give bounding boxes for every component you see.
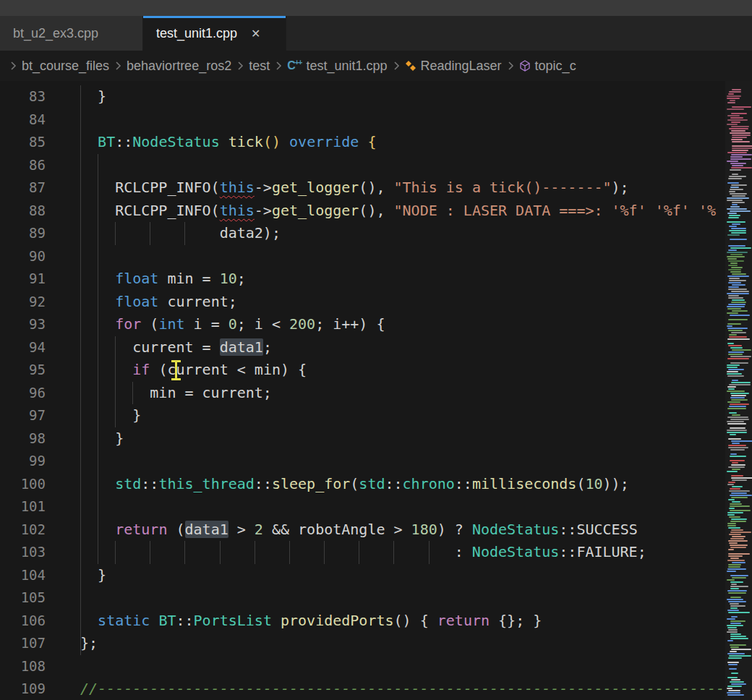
code-line-109: 109//-----------------------------------…: [0, 678, 725, 700]
code-text[interactable]: static BT::PortsList providedPorts() { r…: [46, 610, 542, 633]
breadcrumb-item-test[interactable]: test: [249, 59, 270, 74]
breadcrumb: bt_course_filesbehaviortree_ros2testC++t…: [0, 51, 752, 81]
indent-guide: [429, 541, 430, 564]
code-line-95: 95 if (current < min) {: [0, 359, 725, 382]
chevron-right-icon: [234, 60, 246, 72]
code-line-92: 92 float current;: [0, 291, 725, 314]
minimap[interactable]: [725, 81, 752, 700]
line-number: 84: [0, 108, 46, 132]
line-number: 101: [0, 495, 46, 518]
tab-bar: bt_u2_ex3.cpptest_unit1.cpp✕: [0, 16, 752, 51]
code-line-85: 85 BT::NodeStatus tick() override {: [0, 131, 725, 154]
breadcrumb-label: test: [249, 59, 270, 74]
line-number: 109: [0, 678, 46, 700]
code-text[interactable]: [46, 450, 80, 473]
code-text[interactable]: }: [46, 404, 141, 427]
indent-guide: [132, 382, 133, 405]
code-text[interactable]: BT::NodeStatus tick() override {: [46, 131, 376, 154]
code-line-83: 83 }: [0, 85, 725, 108]
breadcrumb-label: bt_course_files: [22, 59, 109, 74]
line-number: 89: [0, 222, 46, 245]
code-line-90: 90: [0, 245, 725, 268]
line-number: 93: [0, 313, 46, 336]
line-number: 85: [0, 131, 46, 154]
tab-bt_u2_ex3.cpp[interactable]: bt_u2_ex3.cpp: [0, 16, 143, 51]
code-text[interactable]: }: [46, 85, 106, 108]
line-number: 108: [0, 655, 46, 678]
line-number: 97: [0, 404, 46, 427]
highlighted-word: data1: [220, 338, 263, 356]
line-number: 99: [0, 450, 46, 473]
breadcrumb-label: behaviortree_ros2: [127, 59, 231, 74]
line-number: 90: [0, 245, 46, 268]
code-text[interactable]: //--------------------------------------…: [46, 678, 725, 700]
code-text[interactable]: [46, 586, 80, 610]
tab-test_unit1.cpp[interactable]: test_unit1.cpp✕: [143, 16, 286, 51]
line-number: 102: [0, 518, 46, 542]
code-text[interactable]: float min = 10;: [46, 268, 246, 291]
line-number: 86: [0, 154, 46, 177]
breadcrumb-item-test_unit1.cpp[interactable]: C++test_unit1.cpp: [287, 59, 387, 74]
breadcrumb-label: ReadingLaser: [421, 59, 502, 74]
code-text[interactable]: [46, 154, 80, 177]
code-text[interactable]: [46, 655, 80, 678]
code-text[interactable]: std::this_thread::sleep_for(std::chrono:…: [46, 473, 629, 496]
code-lines[interactable]: 83 }8485 BT::NodeStatus tick() override …: [0, 85, 725, 700]
code-text[interactable]: [46, 245, 80, 268]
code-text[interactable]: RCLCPP_INFO(this->get_logger(), "NODE : …: [46, 200, 716, 223]
indent-guide: [393, 541, 394, 564]
breadcrumb-label: test_unit1.cpp: [306, 59, 387, 74]
code-text[interactable]: }: [46, 427, 124, 451]
breadcrumb-label: topic_c: [535, 59, 576, 74]
line-number: 104: [0, 564, 46, 587]
code-text[interactable]: for (int i = 0; i < 200; i++) {: [46, 313, 385, 336]
line-number: 87: [0, 176, 46, 200]
breadcrumb-item-behaviortree_ros2[interactable]: behaviortree_ros2: [127, 59, 231, 74]
code-text[interactable]: RCLCPP_INFO(this->get_logger(), "This is…: [46, 176, 629, 200]
code-line-108: 108: [0, 655, 725, 678]
code-text[interactable]: current = data1;: [46, 336, 272, 359]
code-line-104: 104 }: [0, 564, 725, 587]
indent-guide: [150, 222, 150, 245]
code-line-100: 100 std::this_thread::sleep_for(std::chr…: [0, 473, 725, 496]
code-text[interactable]: : NodeStatus::FAILURE;: [46, 541, 646, 564]
code-text[interactable]: if (current < min) {: [46, 359, 307, 382]
indent-guide: [359, 541, 359, 564]
line-number: 94: [0, 336, 46, 359]
code-text[interactable]: min = current;: [46, 382, 272, 405]
symbol-class-icon: [405, 60, 416, 72]
breadcrumb-item-bt_course_files[interactable]: bt_course_files: [22, 59, 109, 74]
indent-guide: [115, 541, 116, 564]
breadcrumb-item-ReadingLaser[interactable]: ReadingLaser: [405, 59, 502, 74]
code-text[interactable]: return (data1 > 2 && robotAngle > 180) ?…: [46, 518, 638, 542]
code-line-96: 96 min = current;: [0, 382, 725, 405]
breadcrumb-item-topic_c[interactable]: topic_c: [519, 59, 576, 74]
tab-close-icon[interactable]: ✕: [249, 26, 262, 41]
code-line-91: 91 float min = 10;: [0, 268, 725, 291]
indent-guide: [80, 85, 81, 655]
chevron-right-icon: [390, 60, 402, 72]
code-text[interactable]: }: [46, 564, 106, 587]
code-editor[interactable]: 83 }8485 BT::NodeStatus tick() override …: [0, 81, 752, 700]
line-number: 103: [0, 541, 46, 564]
code-line-88: 88 RCLCPP_INFO(this->get_logger(), "NODE…: [0, 200, 725, 223]
indent-guide: [220, 541, 221, 564]
code-text[interactable]: float current;: [46, 291, 237, 314]
code-line-89: 89 data2);: [0, 222, 725, 245]
code-text[interactable]: [46, 495, 80, 518]
line-number: 95: [0, 359, 46, 382]
code-line-86: 86: [0, 154, 725, 177]
code-line-107: 107};: [0, 632, 725, 655]
highlighted-word: data1: [185, 521, 228, 538]
code-line-87: 87 RCLCPP_INFO(this->get_logger(), "This…: [0, 176, 725, 200]
code-line-84: 84: [0, 108, 725, 132]
tab-label: bt_u2_ex3.cpp: [13, 26, 98, 41]
indent-guide: [98, 154, 98, 564]
line-number: 91: [0, 268, 46, 291]
code-line-105: 105: [0, 586, 725, 610]
code-text[interactable]: [46, 108, 80, 132]
line-number: 88: [0, 200, 46, 223]
code-line-102: 102 return (data1 > 2 && robotAngle > 18…: [0, 518, 725, 542]
code-text[interactable]: };: [46, 632, 98, 655]
line-number: 107: [0, 632, 46, 655]
